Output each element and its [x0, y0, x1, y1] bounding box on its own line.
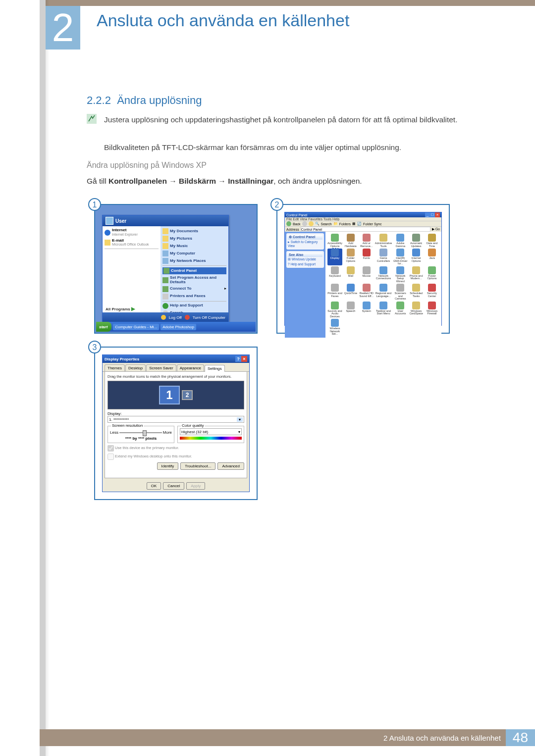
start-item-network[interactable]: My Network Places [162, 258, 226, 264]
start-item-setprog[interactable]: Set Program Access and Defaults [162, 276, 226, 285]
cp-icon-item[interactable]: Mail [343, 266, 358, 283]
cp-icon-item[interactable]: Intel(R) GMA Driver for... [393, 249, 408, 265]
display-select[interactable]: 1. ********** ▾ [107, 416, 244, 423]
cp-icon-item[interactable]: Scanners and Cameras [393, 284, 408, 301]
cp-icon-item[interactable]: Scheduled Tasks [409, 284, 424, 301]
cp-icon-item[interactable]: System [359, 302, 374, 318]
resolution-slider[interactable]: Less More [110, 430, 172, 435]
taskbar-button-1[interactable]: Computer Guides - Mi... [113, 324, 159, 330]
addr-input[interactable] [301, 227, 430, 232]
cp-icon-item[interactable]: Speech [343, 302, 358, 318]
cp-icon-item[interactable]: Administrative Tools [375, 234, 392, 248]
start-item-docs[interactable]: My Documents [162, 228, 226, 234]
cp-icon-item[interactable]: Sounds and Audio Devices [327, 302, 342, 318]
cp-icon-item[interactable]: Automatic Updates [409, 234, 424, 248]
dp-tab[interactable]: Desktop [125, 364, 146, 371]
dp-tab[interactable]: Screen Saver [146, 364, 176, 371]
side-link-help[interactable]: ? Help and Support [288, 262, 322, 266]
cp-icon-item[interactable]: Wireless Network Set... [327, 319, 342, 336]
advanced-button[interactable]: Advanced [217, 462, 244, 470]
cp-icon-item[interactable]: Taskbar and Start Menu [375, 302, 392, 318]
side-link-switch[interactable]: ▸ Switch to Category View [288, 240, 322, 248]
start-item-control-panel[interactable]: Control Panel [162, 267, 226, 274]
search-label[interactable]: Search [321, 222, 332, 226]
apply-button[interactable]: Apply [186, 482, 205, 490]
cp-item-icon [396, 266, 404, 274]
cp-icon-item[interactable]: Windows CardSpace [409, 302, 424, 318]
folders-icon[interactable]: 📁 [333, 222, 338, 226]
start-item-connect[interactable]: Connect To▸ [162, 286, 226, 292]
monitor-1[interactable]: 1 [159, 386, 180, 404]
sync-icon[interactable]: 🔄 [357, 222, 362, 226]
color-quality-select[interactable]: Highest (32 bit) ▾ [180, 428, 242, 435]
all-programs[interactable]: All Programs ▶ [106, 306, 135, 311]
cp-icon-item[interactable]: Realtek HD Sound Eff... [359, 284, 374, 301]
minimize-icon[interactable]: _ [425, 212, 430, 217]
cp-icon-item[interactable]: Date and Time [425, 234, 439, 248]
ok-button[interactable]: OK [147, 482, 161, 490]
cp-icon-item[interactable]: Printers and Faxes [327, 284, 342, 301]
cp-icon-item[interactable]: Windows Firewall [425, 302, 439, 318]
cp-item-label: Mouse [359, 275, 374, 278]
forward-icon[interactable] [302, 221, 307, 226]
cp-icon-item[interactable]: Add Hardware [343, 234, 358, 248]
cp-icon-item[interactable]: Mouse [359, 266, 374, 283]
monitor-arrangement[interactable]: 1 2 [107, 381, 244, 409]
monitor-2[interactable]: 2 [182, 390, 193, 400]
cp-icon-item[interactable]: Accessibility Options [327, 234, 342, 248]
cancel-button[interactable]: Cancel [163, 482, 184, 490]
cp-icon-item[interactable]: Java [425, 249, 439, 265]
close-icon[interactable]: × [241, 356, 247, 362]
troubleshoot-button[interactable]: Troubleshoot... [180, 462, 215, 470]
identify-button[interactable]: Identify [157, 462, 179, 470]
dp-tab[interactable]: Settings [205, 365, 225, 372]
close-icon[interactable]: × [435, 212, 440, 217]
back-icon[interactable] [286, 221, 291, 226]
cp-icon-item[interactable]: Add or Remove... [359, 234, 374, 248]
cp-icon-item[interactable]: Display [327, 249, 342, 265]
up-icon[interactable] [309, 221, 314, 226]
start-item-music[interactable]: My Music [162, 243, 226, 249]
cp-icon-item[interactable]: Fonts [359, 249, 374, 265]
start-item-internet[interactable]: InternetInternet Explorer [105, 228, 159, 237]
cp-icon-item[interactable]: Network Connections [375, 266, 392, 283]
cp-icon-item[interactable]: Game Controllers [375, 249, 392, 265]
views-icon[interactable]: ▦ [352, 222, 356, 226]
help-icon[interactable]: ? [235, 356, 241, 362]
cp-icon-item[interactable]: Keyboard [327, 266, 342, 283]
start-item-computer[interactable]: My Computer [162, 251, 226, 256]
cp-icon-item[interactable]: Folder Options [343, 249, 358, 265]
start-button[interactable]: start [96, 322, 111, 332]
taskbar-button-2[interactable]: Adobe Photoshop [160, 324, 196, 330]
cp-icon-item[interactable]: QuickTime [343, 284, 358, 301]
folders-label[interactable]: Folders [339, 222, 351, 226]
cp-icon-item[interactable]: User Accounts [393, 302, 408, 318]
dp-tab[interactable]: Appearance [177, 364, 204, 371]
turnoff-label[interactable]: Turn Off Computer [193, 315, 225, 320]
sync-label[interactable]: Folder Sync [363, 222, 381, 226]
back-label[interactable]: Back [293, 222, 301, 226]
logoff-label[interactable]: Log Off [169, 315, 182, 320]
figure-1: 1 User InternetInternet Explorer E-mailM… [94, 204, 258, 334]
start-item-email[interactable]: E-mailMicrosoft Office Outlook [105, 239, 159, 248]
cp-icon-item[interactable]: Regional and Language... [375, 284, 392, 301]
cp-icon-item[interactable]: Security Center [425, 284, 439, 301]
cp-icon-item[interactable]: Power Options [425, 266, 439, 283]
cp-icon-item[interactable]: Phone and Modem... [409, 266, 424, 283]
dp-tab[interactable]: Themes [105, 364, 125, 371]
side-link-update[interactable]: ⊞ Windows Update [288, 257, 322, 262]
slider-track[interactable] [119, 432, 162, 433]
cp-icon-item[interactable]: Adobe Gamma [393, 234, 408, 248]
search-icon[interactable]: 🔍 [315, 222, 320, 226]
cp-icon-item[interactable]: Internet Options [409, 249, 424, 265]
logoff-icon[interactable] [161, 315, 166, 320]
start-item-printers[interactable]: Printers and Faxes [162, 294, 226, 300]
internet-label: Internet [112, 228, 126, 232]
start-item-pics[interactable]: My Pictures [162, 236, 226, 242]
cp-menubar[interactable]: File Edit View Favorites Tools Help [285, 217, 441, 221]
maximize-icon[interactable]: □ [430, 212, 435, 217]
cp-icon-item[interactable]: Network Setup Wizard [393, 266, 408, 283]
turnoff-icon[interactable] [185, 315, 190, 320]
go-button[interactable]: ▶ Go [432, 227, 440, 231]
start-item-help[interactable]: Help and Support [162, 303, 226, 309]
